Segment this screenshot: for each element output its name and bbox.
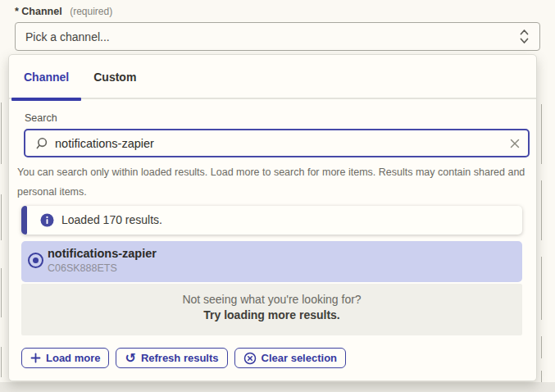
background-field-edge <box>541 336 542 358</box>
search-input-wrapper <box>24 129 530 157</box>
x-circle-icon <box>243 352 257 365</box>
empty-hint: Not seeing what you're looking for? Try … <box>21 284 522 335</box>
actions-row: Load more ↺ Refresh results Clear select… <box>21 348 346 368</box>
hint-action: Try loading more results. <box>21 308 522 321</box>
info-icon <box>40 213 54 230</box>
load-more-button[interactable]: Load more <box>21 348 109 368</box>
background-field-edge <box>541 180 542 240</box>
background-field-edge <box>1 347 2 377</box>
plus-icon <box>30 353 41 363</box>
background-field-edge <box>541 371 542 382</box>
alert-text: Loaded 170 results. <box>61 213 162 226</box>
background-field-edge <box>1 103 2 164</box>
tab-channel[interactable]: Channel <box>11 55 81 99</box>
page-background-strip <box>0 382 555 392</box>
hint-question: Not seeing what you're looking for? <box>21 293 522 306</box>
channel-option-row[interactable]: notifications-zapier C06SK888ETS <box>21 241 522 282</box>
tabbar: Channel Custom <box>9 55 536 99</box>
search-label: Search <box>25 112 57 124</box>
tab-channel-label: Channel <box>24 71 69 84</box>
field-label: * Channel <box>15 6 62 17</box>
tab-custom[interactable]: Custom <box>81 55 148 99</box>
info-alert: Loaded 170 results. <box>21 206 522 235</box>
refresh-results-label: Refresh results <box>141 352 219 364</box>
load-more-label: Load more <box>46 352 100 364</box>
background-field-edge <box>1 194 2 240</box>
helper-text: You can search only within loaded result… <box>17 163 532 203</box>
select-placeholder: Pick a channel... <box>25 30 519 43</box>
background-field-edge <box>1 268 2 317</box>
option-title: notifications-zapier <box>48 247 157 260</box>
clear-selection-button[interactable]: Clear selection <box>234 348 347 368</box>
chevrons-up-down-icon <box>519 28 530 45</box>
background-field-edge <box>541 104 542 164</box>
refresh-results-button[interactable]: ↺ Refresh results <box>116 348 227 368</box>
channel-select[interactable]: Pick a channel... <box>15 22 540 51</box>
background-field-edge <box>541 257 542 320</box>
search-input[interactable] <box>25 130 528 156</box>
clear-search-icon[interactable] <box>509 138 521 149</box>
dropdown-panel: Channel Custom Search You can search onl… <box>8 54 537 381</box>
alert-accent-bar <box>21 206 27 235</box>
required-hint: (required) <box>70 6 112 17</box>
clear-selection-label: Clear selection <box>262 352 338 364</box>
active-tab-underline <box>11 98 81 101</box>
tab-custom-label: Custom <box>93 71 136 84</box>
field-label-row: * Channel (required) <box>15 6 112 17</box>
radio-selected-icon[interactable] <box>28 253 43 268</box>
option-id: C06SK888ETS <box>48 262 117 274</box>
refresh-icon: ↺ <box>125 353 135 364</box>
